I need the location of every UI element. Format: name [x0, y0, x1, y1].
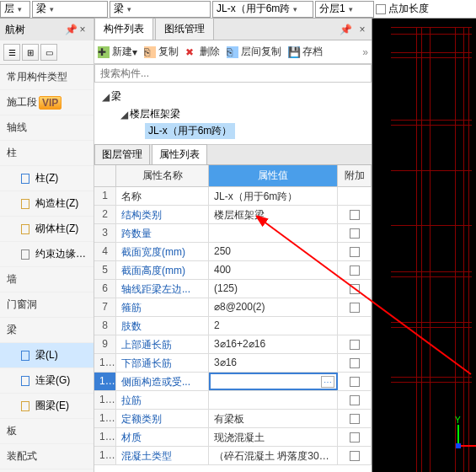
row-number: 12	[94, 391, 116, 409]
property-row[interactable]: 5截面高度(mm)400	[94, 261, 372, 280]
tab-layer-manage[interactable]: 图层管理	[94, 144, 150, 164]
extra-checkbox[interactable]	[350, 414, 360, 424]
pin-icon[interactable]: 📌	[65, 24, 77, 35]
property-row[interactable]: 1名称JL-x（用于6m跨）	[94, 187, 372, 206]
tree-view-icon[interactable]: ⊞	[22, 44, 39, 61]
nav-toolbar: ☰ ⊞ ▭	[0, 40, 94, 65]
property-row[interactable]: 4截面宽度(mm)250	[94, 243, 372, 261]
copy-button[interactable]: ⎘复制	[144, 45, 179, 59]
nav-group[interactable]: 墙	[0, 267, 94, 292]
extra-checkbox[interactable]	[350, 340, 360, 350]
tab-property-list[interactable]: 属性列表	[152, 144, 207, 164]
top-dropdown-bar: 层▾ 梁▾ 梁▾ JL-x（用于6m跨▾ 分层1▾ 点加长度	[0, 0, 476, 19]
extra-checkbox[interactable]	[350, 247, 360, 257]
property-value[interactable]: JL-x（用于6m跨）	[209, 187, 338, 205]
point-add-length-checkbox[interactable]	[376, 4, 386, 14]
extra-checkbox[interactable]	[350, 228, 360, 239]
row-number: 5	[94, 261, 116, 279]
pin-icon[interactable]: 📌	[340, 24, 351, 35]
property-row[interactable]: 14材质现浇混凝土	[94, 428, 372, 447]
nav-item[interactable]: 梁(L)	[0, 343, 94, 368]
drawing-canvas[interactable]: Y X	[372, 19, 476, 472]
property-value[interactable]	[209, 224, 338, 242]
detail-view-icon[interactable]: ▭	[40, 44, 57, 61]
property-row[interactable]: 8肢数2	[94, 317, 372, 335]
extra-checkbox[interactable]	[350, 303, 360, 313]
tree-child[interactable]: ◢楼层框架梁	[101, 105, 365, 123]
property-value[interactable]: 3⌀16+2⌀16	[209, 335, 338, 353]
nav-item[interactable]: 柱(Z)	[0, 166, 94, 191]
property-value[interactable]	[209, 391, 338, 409]
property-row[interactable]: 15混凝土类型（碎石混凝土 坍落度30-50 石子	[94, 447, 372, 465]
tree-leaf-selected[interactable]: JL-x（用于6m跨）	[145, 123, 235, 139]
dropdown-category2[interactable]: 梁▾	[110, 1, 211, 18]
property-row[interactable]: 2结构类别楼层框架梁	[94, 206, 372, 224]
property-value[interactable]: 400	[209, 261, 338, 279]
tree-root[interactable]: ◢梁	[101, 88, 365, 105]
extra-cell	[338, 447, 372, 464]
extra-checkbox[interactable]	[350, 210, 360, 220]
point-add-length-label: 点加长度	[388, 2, 429, 16]
extra-cell	[338, 224, 372, 242]
dropdown-sublayer[interactable]: 分层1▾	[315, 1, 374, 18]
list-view-icon[interactable]: ☰	[3, 44, 20, 61]
property-row[interactable]: 3跨数量	[94, 224, 372, 243]
property-value[interactable]: 楼层框架梁	[209, 206, 338, 223]
property-name: 侧面构造或受...	[116, 373, 209, 390]
property-value[interactable]: (125)	[209, 280, 338, 298]
nav-item[interactable]: 连梁(G)	[0, 368, 94, 394]
close-icon[interactable]: ×	[356, 24, 368, 35]
nav-group[interactable]: 施工段VIP	[0, 90, 94, 115]
property-value[interactable]: （碎石混凝土 坍落度30-50 石子	[209, 447, 338, 464]
header-value[interactable]: 属性值	[209, 165, 338, 186]
property-value[interactable]: 2	[209, 317, 338, 335]
nav-group[interactable]: 柱	[0, 141, 94, 166]
nav-group[interactable]: 梁	[0, 318, 94, 343]
property-row[interactable]: 12拉筋	[94, 391, 372, 410]
chevron-down-icon: ▾	[18, 5, 22, 13]
component-tree: ◢梁 ◢楼层框架梁 JL-x（用于6m跨）	[94, 83, 372, 145]
property-row[interactable]: 11侧面构造或受...⋯	[94, 373, 372, 391]
delete-button[interactable]: ✖删除	[185, 45, 220, 59]
new-button[interactable]: ✚新建▾	[98, 45, 137, 59]
property-row[interactable]: 10下部通长筋3⌀16	[94, 354, 372, 373]
property-value[interactable]: 250	[209, 243, 338, 260]
dropdown-layer[interactable]: 层▾	[0, 1, 30, 18]
nav-group[interactable]: 板	[0, 419, 94, 444]
extra-checkbox[interactable]	[350, 266, 360, 276]
extra-checkbox[interactable]	[350, 358, 360, 368]
search-input[interactable]	[94, 64, 372, 83]
property-row[interactable]: 7箍筋⌀8@200(2)	[94, 298, 372, 317]
dropdown-component[interactable]: JL-x（用于6m跨▾	[212, 1, 313, 18]
nav-item[interactable]: 约束边缘…	[0, 242, 94, 267]
property-row[interactable]: 6轴线距梁左边...(125)	[94, 280, 372, 298]
close-icon[interactable]: ×	[77, 24, 88, 35]
property-value[interactable]: ⌀8@200(2)	[209, 298, 338, 316]
extra-checkbox[interactable]	[350, 377, 360, 387]
save-button[interactable]: 💾存档	[288, 45, 323, 59]
nav-item[interactable]: 圈梁(E)	[0, 394, 94, 419]
nav-group[interactable]: 装配式	[0, 444, 94, 469]
ellipsis-button[interactable]: ⋯	[321, 376, 334, 388]
tab-component-list[interactable]: 构件列表	[94, 18, 153, 40]
layer-copy-button[interactable]: ⎘层间复制	[227, 45, 281, 59]
extra-cell	[338, 317, 372, 335]
property-value[interactable]: 3⌀16	[209, 354, 338, 372]
property-value[interactable]: 有梁板	[209, 410, 338, 427]
extra-checkbox[interactable]	[350, 284, 360, 294]
property-row[interactable]: 13定额类别有梁板	[94, 410, 372, 428]
nav-group[interactable]: 门窗洞	[0, 292, 94, 318]
extra-checkbox[interactable]	[350, 451, 360, 461]
property-value[interactable]: 现浇混凝土	[209, 428, 338, 446]
dropdown-category1[interactable]: 梁▾	[32, 1, 108, 18]
extra-checkbox[interactable]	[350, 432, 360, 442]
property-value[interactable]: ⋯	[209, 373, 338, 390]
nav-group[interactable]: 常用构件类型	[0, 65, 94, 90]
extra-checkbox[interactable]	[350, 395, 360, 405]
tab-drawing-manage[interactable]: 图纸管理	[155, 18, 214, 40]
nav-item[interactable]: 砌体柱(Z)	[0, 217, 94, 242]
more-icon[interactable]: »	[362, 46, 368, 58]
nav-group[interactable]: 轴线	[0, 115, 94, 141]
property-row[interactable]: 9上部通长筋3⌀16+2⌀16	[94, 335, 372, 354]
nav-item[interactable]: 构造柱(Z)	[0, 191, 94, 217]
